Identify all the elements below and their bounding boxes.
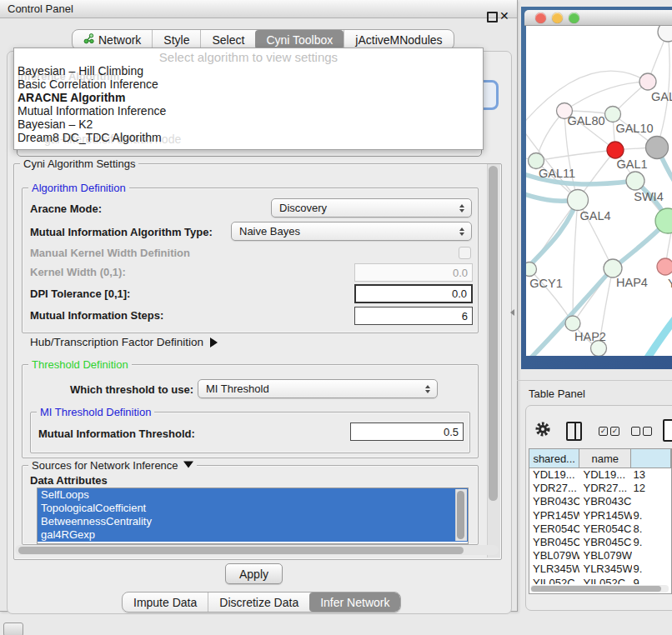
table-row[interactable]: YPR145WYPR145W9. (529, 508, 671, 522)
tab-network[interactable]: Network (73, 30, 152, 49)
network-node[interactable] (565, 316, 580, 331)
network-view[interactable]: GALGAL80GAL10GAL1GAL11SWI4GAL4GCY1HAP4YH… (526, 26, 672, 356)
float-window-icon[interactable] (487, 12, 498, 22)
network-node[interactable] (646, 137, 669, 159)
list-item-betweennesscentrality[interactable]: BetweennessCentrality (38, 515, 468, 528)
column-header-name[interactable]: name (579, 449, 631, 468)
tab-impute-data[interactable]: Impute Data (123, 592, 208, 612)
attributes-scrollbar-thumb[interactable] (457, 491, 464, 539)
which-threshold-combo[interactable]: MI Threshold (198, 379, 438, 398)
list-item-gal4rgexp[interactable]: gal4RGexp (38, 528, 468, 542)
zoom-traffic-light[interactable] (569, 12, 579, 23)
table-cell[interactable]: YDR27... (529, 481, 579, 494)
table-cell[interactable]: YBR045C (579, 535, 631, 548)
table-cell[interactable]: 8. (632, 522, 671, 535)
list-item-selfloops[interactable]: SelfLoops (38, 488, 468, 502)
table-row[interactable]: YIL052CYIL052C9 (529, 576, 671, 585)
aracne-mode-combo[interactable]: Discovery (271, 198, 472, 218)
network-node[interactable] (526, 262, 537, 277)
settings-scrollbar-thumb[interactable] (489, 166, 498, 501)
select-none-icon[interactable] (631, 427, 652, 436)
table-cell[interactable]: YLR345W (579, 562, 631, 575)
split-columns-icon[interactable] (566, 422, 582, 441)
close-traffic-light[interactable] (535, 12, 546, 23)
tab-select[interactable]: Select (200, 30, 255, 49)
mi-steps-field[interactable]: 6 (354, 307, 473, 325)
table-cell[interactable]: 12 (632, 481, 671, 494)
mi-algorithm-type-combo[interactable]: Naive Bayes (231, 222, 472, 241)
tab-jactivemnodules[interactable]: jActiveMNodules (344, 30, 453, 49)
dropdown-item-aracne-algorithm[interactable]: ARACNE Algorithm (14, 91, 483, 104)
file-icon[interactable] (663, 419, 672, 442)
network-node[interactable] (605, 107, 621, 122)
table-row[interactable]: YBR045CYBR045C9. (529, 535, 671, 548)
dropdown-item-bayesian-k2[interactable]: Bayesian – K2 (14, 118, 483, 131)
table-cell[interactable]: YLR345W (529, 562, 579, 575)
control-panel-title: Control Panel (8, 2, 73, 15)
table-row[interactable]: YER054CYER054C8. (529, 522, 671, 535)
table-row[interactable]: YDR27...YDR27...12 (529, 481, 671, 494)
mi-threshold-field[interactable]: 0.5 (350, 422, 464, 441)
network-node[interactable] (607, 142, 624, 158)
table-row[interactable]: YDL19...YDL19...13 (529, 468, 671, 481)
dpi-tolerance-field[interactable]: 0.0 (354, 284, 473, 303)
table-row[interactable]: YBL079WYBL079W (529, 548, 671, 562)
column-header-shared[interactable]: shared... (529, 449, 579, 468)
network-window-titlebar[interactable] (524, 10, 672, 26)
table-hscrollbar-thumb[interactable] (531, 586, 661, 592)
table-hscrollbar-track[interactable] (530, 585, 669, 592)
table-cell[interactable]: YBL079W (579, 548, 631, 562)
dropdown-item-dream8-dc-tdc-algorithm[interactable]: Dream8 DC_TDC Algorithm (14, 131, 483, 144)
table-row[interactable]: YBR043CYBR043C (529, 494, 671, 508)
table-cell[interactable]: YBR045C (529, 535, 579, 548)
dropdown-item-mutual-information-inference[interactable]: Mutual Information Inference (14, 104, 483, 118)
table-row[interactable]: YLR345WYLR345W9. (529, 562, 671, 575)
table-cell[interactable]: 9 (632, 576, 671, 585)
table-cell[interactable]: YPR145W (579, 508, 631, 522)
network-node[interactable] (657, 258, 672, 275)
table-cell[interactable]: YIL052C (529, 576, 579, 585)
tab-cyni-toolbox[interactable]: Cyni Toolbox (255, 30, 344, 49)
minimized-panel-icon[interactable] (3, 622, 23, 635)
table-cell[interactable] (632, 548, 671, 562)
table-cell[interactable]: YBR043C (579, 494, 631, 508)
table-cell[interactable]: 9. (632, 562, 671, 575)
mi-threshold-label: Mutual Information Threshold: (38, 428, 195, 440)
table-cell[interactable]: YPR145W (529, 508, 579, 522)
apply-button[interactable]: Apply (225, 563, 283, 584)
table-cell[interactable]: YDL19... (529, 468, 579, 481)
tab-style[interactable]: Style (152, 30, 200, 49)
table-cell[interactable] (632, 494, 671, 508)
close-icon[interactable]: ✕ (499, 9, 509, 22)
divider-collapse-handle[interactable] (510, 309, 514, 316)
network-node[interactable] (658, 26, 672, 42)
table-cell[interactable]: 9. (632, 535, 671, 548)
table-cell[interactable]: YBR043C (529, 494, 579, 508)
settings-hscrollbar-thumb[interactable] (18, 547, 464, 554)
table-cell[interactable]: YER054C (579, 522, 631, 535)
network-node[interactable] (626, 172, 644, 190)
table-cell[interactable]: YIL052C (579, 576, 631, 585)
network-node[interactable] (568, 190, 589, 211)
dropdown-item-bayesian-hill-climbing[interactable]: Bayesian – Hill Climbing (14, 64, 483, 78)
tab-discretize-data[interactable]: Discretize Data (208, 592, 309, 612)
hub-definition-expander[interactable]: Hub/Transcription Factor Definition (30, 336, 218, 348)
table-cell[interactable]: 13 (632, 468, 671, 481)
table-cell[interactable]: 9. (632, 508, 671, 522)
bottom-tabbar: Impute DataDiscretize DataInfer Network (122, 592, 401, 612)
dropdown-item-basic-correlation-inference[interactable]: Basic Correlation Inference (14, 78, 483, 91)
table-cell[interactable]: YDR27... (579, 481, 631, 494)
table-cell[interactable]: YDL19... (579, 468, 631, 481)
minimize-traffic-light[interactable] (552, 12, 563, 23)
network-node[interactable] (639, 73, 656, 90)
tab-infer-network[interactable]: Infer Network (309, 592, 400, 612)
table-settings-gear-icon[interactable] (534, 421, 551, 441)
table-cell[interactable]: YER054C (529, 522, 579, 535)
sources-title[interactable]: Sources for Network Inference (28, 459, 197, 472)
node-label-hap4: HAP4 (616, 276, 648, 289)
select-all-checked-icon[interactable]: ✓✓ (599, 427, 619, 436)
network-node[interactable] (604, 259, 622, 278)
column-header-col3[interactable] (631, 449, 671, 468)
list-item-topologicalcoefficient[interactable]: TopologicalCoefficient (38, 502, 468, 515)
table-cell[interactable]: YBL079W (529, 548, 579, 562)
